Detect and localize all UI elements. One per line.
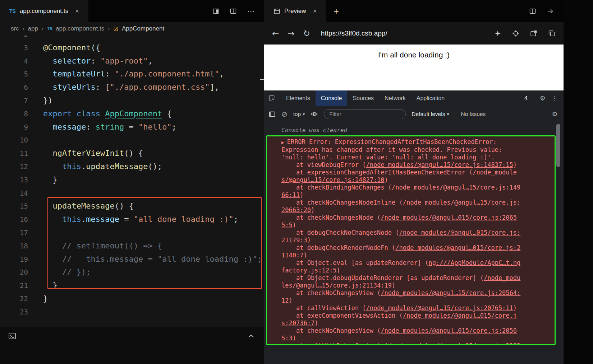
line-number: 18 [0,239,28,253]
line-number: 21 [0,279,28,292]
stack-trace-link[interactable]: /node_modules/@angul…015/core.js:20565:3 [281,327,517,342]
stack-trace-link[interactable]: /node_modules/@angul…15/core.js:21324:23 [281,342,520,345]
new-tab-icon[interactable]: + [326,0,346,22]
browser-toolbar: ← → ↻ https://s3lf0d.csb.app/ [264,22,564,45]
toolbar-divider [455,110,455,118]
code-line[interactable]: 7}) [0,94,264,107]
code-line[interactable]: 4 selector: "app-root", [0,55,264,68]
scrollbar-thumb[interactable] [556,124,560,167]
close-preview-icon[interactable]: × [313,7,317,15]
line-number: 2 [0,35,28,41]
tab-console[interactable]: Console [316,90,348,106]
panel-bar [0,327,264,364]
code-line[interactable]: 3@Component({ [0,41,264,55]
code-line[interactable]: 9 message: string = "hello"; [0,121,264,134]
arrow-right-icon[interactable] [546,7,554,15]
code-line[interactable]: 6 styleUrls: ["./app.component.css"], [0,81,264,94]
address-bar[interactable]: https://s3lf0d.csb.app/ [321,29,387,37]
stack-trace-link[interactable]: /node_modules/@angul…15/core.js:14837:15 [366,161,513,168]
split-layout-icon[interactable] [230,8,237,15]
crosshair-icon[interactable] [512,29,520,37]
caret-down-icon: ▾ [447,112,449,117]
stack-trace-link[interactable]: /node_modules/@angul…015/core.js:20736:7 [281,312,517,327]
devtools-tabbar: Elements Console Sources Network Applica… [264,90,564,106]
stack-trace-link[interactable]: /node_modules/@angul…15/core.js:20663:20 [281,199,520,214]
line-number: 20 [0,266,28,279]
forward-icon[interactable]: → [288,29,294,38]
line-number: 14 [0,187,28,200]
stack-trace-link[interactable]: /node_modules/@angul…015/core.js:21179:3 [281,229,520,244]
back-icon[interactable]: ← [272,29,279,38]
stack-trace-link[interactable]: /node_modules/@angul…15/core.js:14827:10 [281,169,517,183]
tab-network[interactable]: Network [379,90,411,106]
console-error-block[interactable]: ▶ ERROR Error: ExpressionChangedAfterItH… [266,135,556,345]
code-line[interactable]: 2 [0,35,264,41]
stack-trace-link[interactable]: /node_modules/@angul…15/core.js:14966:11 [281,184,520,199]
preview-tab-label: Preview [284,8,306,15]
refresh-icon[interactable]: ↻ [303,29,310,38]
line-number: 3 [0,41,28,55]
settings-gear-icon[interactable]: ⚙ [540,94,546,102]
log-levels-dropdown[interactable]: Default levels ▾ [412,111,449,117]
tab-application[interactable]: Application [411,90,450,106]
split-editor-icon[interactable] [212,8,220,15]
editor-tab-app-component[interactable]: TS app.component.ts × [0,0,88,22]
console-settings-gear-icon[interactable]: ⚙ [552,110,558,118]
code-line[interactable]: 10 [0,134,264,147]
line-number: 6 [0,81,28,94]
stack-trace-link[interactable]: /node_modules/@angul…15/core.js:20564:12 [281,289,520,304]
split-view-icon[interactable] [529,8,536,15]
context-selector[interactable]: top ▾ [293,111,305,117]
code-editor[interactable]: 23@Component({4 selector: "app-root",5 t… [0,35,264,327]
preview-tab[interactable]: Preview × [264,0,326,22]
preview-tab-actions [529,0,564,22]
code-line[interactable]: 11 ngAfterViewInit() { [0,147,264,160]
clear-console-icon[interactable]: ⊘ [281,110,288,118]
kebab-menu-icon[interactable]: ⋮ [551,94,558,102]
breadcrumb-app[interactable]: app [28,25,38,32]
line-number: 19 [0,253,28,266]
more-actions-icon[interactable]: ⋯ [247,6,255,16]
code-line[interactable]: 13 } [0,173,264,187]
stack-trace-link[interactable]: /node_modules/@angul…015/core.js:20655:5 [281,214,517,229]
line-number: 4 [0,55,28,68]
inspect-icon[interactable] [268,95,276,102]
preview-message: I'm all done loading :) [264,45,564,59]
log-levels-label: Default levels [412,111,445,117]
issues-count[interactable]: 4 [524,95,528,102]
duplicate-icon[interactable] [548,29,556,37]
class-symbol-icon [113,26,119,32]
expand-triangle-icon[interactable]: ▶ [281,140,287,145]
code-line[interactable]: 22} [0,292,264,305]
breadcrumb-symbol[interactable]: AppComponent [122,25,164,32]
stack-trace-link[interactable]: ng:///AppModule/AppC…t.ngfactory.js:12:5 [281,259,520,274]
preview-tabstrip: Preview × + [264,0,564,22]
open-window-icon[interactable] [530,29,538,37]
code-line[interactable]: 12 this.updateMessage(); [0,160,264,173]
sparkle-inspect-icon[interactable] [494,29,502,37]
close-tab-icon[interactable]: × [75,7,79,15]
editor-pane: TS app.component.ts × ⋯ src [0,0,264,364]
tab-elements[interactable]: Elements [281,90,316,106]
issues-status[interactable]: No Issues [461,111,486,117]
line-number: 17 [0,226,28,239]
breadcrumb-file[interactable]: app.component.ts [56,25,104,32]
code-line[interactable]: 8export class AppComponent { [0,107,264,121]
chevron-up-icon[interactable] [247,332,256,340]
browser-actions [494,29,556,37]
eye-icon[interactable] [311,110,318,118]
tab-sources[interactable]: Sources [347,90,379,106]
stack-trace-link[interactable]: /node_modules/@angul…15/core.js:20765:11 [366,304,513,312]
stack-trace-link[interactable]: /node_modules/@angul…15/core.js:21134:19 [281,274,520,289]
console-sidebar-icon[interactable] [268,111,276,118]
code-line[interactable]: 5 templateUrl: "./app.component.html", [0,67,264,81]
stack-trace-link[interactable]: /node_modules/@angul…015/core.js:21140:7 [281,244,520,259]
code-line[interactable]: 23 [0,305,264,319]
line-number: 16 [0,213,28,226]
filter-input[interactable] [324,109,406,119]
breadcrumb-src[interactable]: src [11,25,19,32]
typescript-icon: TS [47,26,52,31]
browser-icon [273,8,280,15]
context-selector-label: top [293,111,301,117]
terminal-panel-icon[interactable] [8,332,17,340]
